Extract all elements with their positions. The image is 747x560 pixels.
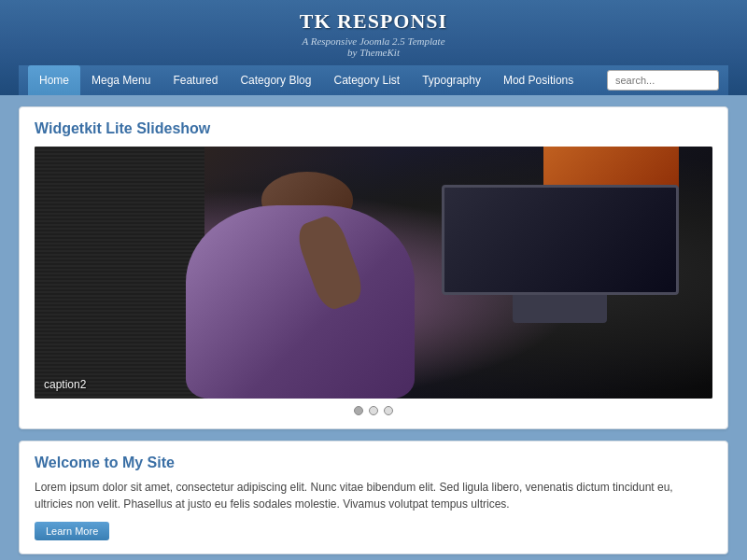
subtitle-line2: by ThemeKit [347,47,400,58]
nav-item-featured[interactable]: Featured [162,65,229,95]
site-subtitle: A Responsive Joomla 2.5 Template by Them… [19,35,728,58]
nav-item-home[interactable]: Home [28,65,80,95]
main-content: Widgetkit Lite Slideshow captio [0,95,747,560]
monitor [442,185,679,324]
welcome-body: Lorem ipsum dolor sit amet, consectetur … [35,479,712,512]
slideshow-image: caption2 [35,147,712,399]
slide-background [35,147,712,399]
navbar: Home Mega Menu Featured Category Blog Ca… [19,65,728,95]
site-title: TK RESPONSI [19,9,728,34]
monitor-base [513,295,608,323]
nav-item-typography[interactable]: Typography [411,65,492,95]
person-figure [170,172,475,399]
slideshow-title: Widgetkit Lite Slideshow [35,120,712,137]
slideshow-container[interactable]: caption2 [35,147,712,399]
learn-more-button[interactable]: Learn More [35,522,109,540]
slide-dot-3[interactable] [384,406,393,415]
nav-item-category-blog[interactable]: Category Blog [229,65,322,95]
slide-caption: caption2 [44,378,86,391]
monitor-screen [442,185,679,296]
search-input[interactable] [607,70,719,91]
nav-item-mega-menu[interactable]: Mega Menu [80,65,162,95]
welcome-card: Welcome to My Site Lorem ipsum dolor sit… [19,441,728,554]
slide-dot-2[interactable] [369,406,378,415]
slide-dots [35,406,712,415]
nav-item-mod-positions[interactable]: Mod Positions [492,65,585,95]
subtitle-line1: A Responsive Joomla 2.5 Template [302,35,444,47]
site-header: TK RESPONSI A Responsive Joomla 2.5 Temp… [0,0,747,95]
nav-items: Home Mega Menu Featured Category Blog Ca… [28,65,607,95]
welcome-title: Welcome to My Site [35,455,712,471]
nav-item-category-list[interactable]: Category List [322,65,411,95]
slide-dot-1[interactable] [354,406,363,415]
slideshow-card: Widgetkit Lite Slideshow captio [19,106,728,429]
